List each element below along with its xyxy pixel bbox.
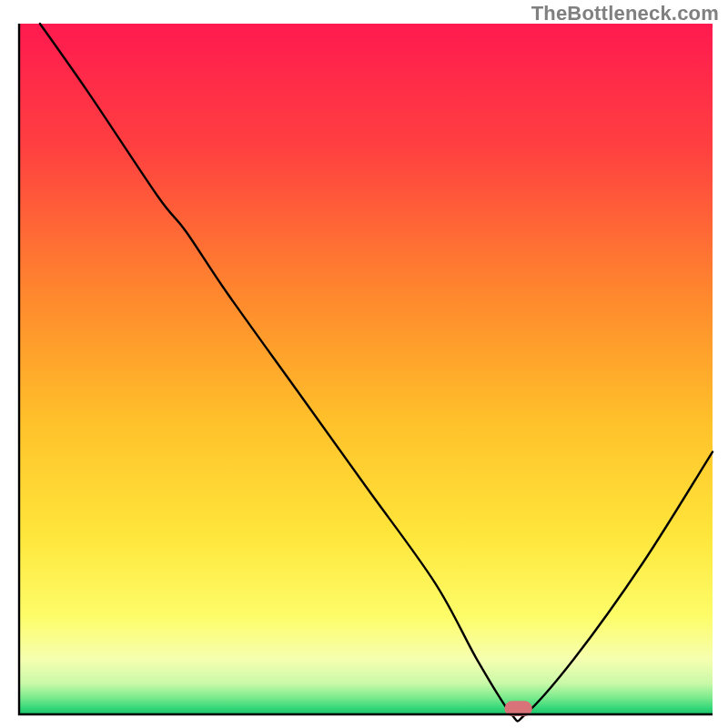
bottleneck-chart xyxy=(0,0,728,728)
watermark-text: TheBottleneck.com xyxy=(531,2,719,25)
chart-container: TheBottleneck.com xyxy=(0,0,728,728)
